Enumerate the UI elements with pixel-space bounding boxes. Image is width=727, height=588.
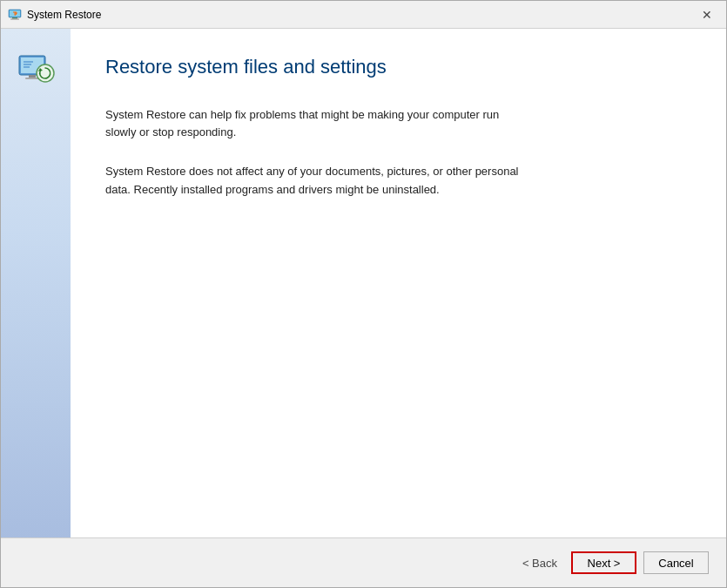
description-block-2: System Restore does not affect any of yo…: [105, 163, 691, 199]
sidebar: [1, 29, 71, 537]
next-button[interactable]: Next >: [571, 551, 636, 574]
main-content: Restore system files and settings System…: [71, 29, 726, 537]
cancel-button[interactable]: Cancel: [643, 551, 709, 574]
svg-rect-2: [12, 17, 17, 19]
system-restore-icon: [14, 49, 57, 92]
description-block-1: System Restore can help fix problems tha…: [105, 106, 691, 143]
footer: < Back Next > Cancel: [1, 537, 726, 587]
svg-rect-3: [10, 18, 19, 19]
content-area: Restore system files and settings System…: [1, 29, 726, 537]
title-bar-left: System Restore: [8, 8, 101, 22]
window-title: System Restore: [27, 9, 101, 21]
description-text-2: System Restore does not affect any of yo…: [105, 163, 523, 199]
system-restore-window: System Restore ✕: [0, 0, 727, 588]
page-title: Restore system files and settings: [105, 55, 691, 80]
sidebar-icon-container: [11, 46, 60, 95]
spacer: [105, 220, 691, 520]
description-text-1: System Restore can help fix problems tha…: [105, 106, 523, 143]
back-button[interactable]: < Back: [515, 557, 564, 570]
titlebar-icon: [8, 8, 22, 22]
title-bar: System Restore ✕: [1, 1, 726, 29]
svg-rect-7: [25, 78, 39, 79]
close-button[interactable]: ✕: [695, 5, 719, 24]
